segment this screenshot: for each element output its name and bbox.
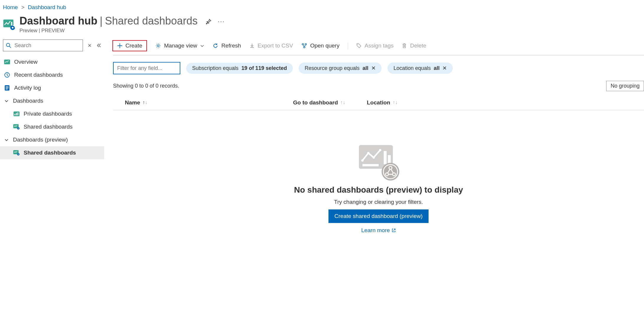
- column-label: Name: [125, 99, 140, 106]
- empty-state-icon: [357, 143, 401, 181]
- column-header-name[interactable]: Name ↑↓: [113, 99, 293, 106]
- svg-rect-34: [362, 164, 379, 166]
- chevron-down-icon: [4, 99, 9, 103]
- query-icon: [301, 43, 307, 49]
- filter-pill-prefix: Location equals: [393, 65, 431, 71]
- sidebar-search-input[interactable]: [3, 40, 83, 51]
- toolbar-label: Manage view: [164, 42, 197, 49]
- sidebar-search: [3, 40, 83, 51]
- svg-line-5: [9, 46, 11, 48]
- sidebar-group-label: Dashboards: [13, 98, 43, 104]
- svg-point-23: [302, 44, 303, 45]
- sidebar-group-dashboards[interactable]: Dashboards: [0, 94, 104, 107]
- sidebar-item-label: Shared dashboards: [24, 124, 73, 130]
- shared-dashboard-icon: [13, 124, 20, 129]
- svg-rect-13: [14, 114, 15, 115]
- page-header: Dashboard hub | Shared dashboards ··· Pr…: [0, 13, 644, 34]
- learn-more-label: Learn more: [361, 227, 390, 234]
- filter-pill-value: all: [434, 65, 439, 71]
- close-icon[interactable]: ✕: [371, 65, 376, 71]
- sort-icon: ↑↓: [393, 100, 398, 106]
- svg-point-26: [357, 44, 358, 45]
- close-icon[interactable]: ✕: [442, 65, 447, 71]
- filter-pill-location[interactable]: Location equals all ✕: [388, 63, 453, 74]
- sort-icon: ↑↓: [143, 100, 148, 106]
- toolbar-label: Refresh: [221, 42, 241, 49]
- svg-rect-14: [16, 113, 17, 115]
- sidebar-item-private-dashboards[interactable]: Private dashboards: [0, 107, 104, 120]
- sidebar-item-label: Overview: [14, 59, 37, 65]
- column-header-location[interactable]: Location ↑↓: [367, 99, 644, 106]
- more-icon[interactable]: ···: [218, 18, 225, 25]
- toolbar-label: Export to CSV: [258, 42, 293, 49]
- main-content: Create Manage view Refresh Export to CSV…: [104, 40, 644, 234]
- title-separator: |: [100, 15, 102, 27]
- manage-view-button[interactable]: Manage view: [155, 42, 204, 49]
- empty-state-subtitle: Try changing or clearing your filters.: [334, 199, 423, 205]
- toolbar-label: Assign tags: [365, 42, 393, 49]
- create-button[interactable]: Create: [112, 40, 147, 51]
- page-title: Dashboard hub: [19, 15, 97, 27]
- plus-icon: [117, 43, 122, 48]
- trash-icon: [402, 43, 407, 48]
- download-icon: [249, 43, 255, 48]
- toolbar-label: Delete: [410, 42, 426, 49]
- column-label: Location: [367, 99, 390, 106]
- preview-label: Preview | PREVIEW: [19, 28, 225, 34]
- svg-point-31: [379, 149, 381, 151]
- filter-pill-subscription[interactable]: Subscription equals 19 of 119 selected: [186, 63, 293, 74]
- export-csv-button: Export to CSV: [249, 42, 293, 49]
- sort-icon: ↑↓: [340, 100, 345, 106]
- private-dashboard-icon: [13, 111, 20, 116]
- refresh-button[interactable]: Refresh: [213, 42, 241, 49]
- svg-point-3: [12, 27, 14, 29]
- filter-pill-value: 19 of 119 selected: [241, 65, 287, 71]
- column-header-goto[interactable]: Go to dashboard ↑↓: [293, 99, 367, 106]
- sidebar-item-recent[interactable]: Recent dashboards: [0, 68, 104, 81]
- gear-icon: [155, 43, 161, 49]
- chevron-down-icon: [4, 138, 9, 142]
- chevron-down-icon: [200, 44, 204, 48]
- filters-row: Subscription equals 19 of 119 selected R…: [113, 62, 644, 74]
- delete-button: Delete: [402, 42, 426, 49]
- sidebar-item-label: Shared dashboards: [24, 150, 76, 156]
- filter-pill-value: all: [362, 65, 368, 71]
- open-query-button[interactable]: Open query: [301, 42, 339, 49]
- activity-log-icon: [4, 85, 11, 91]
- sidebar-group-dashboards-preview[interactable]: Dashboards (preview): [0, 133, 104, 146]
- breadcrumb-current[interactable]: Dashboard hub: [28, 4, 66, 10]
- filter-input[interactable]: [113, 62, 180, 74]
- filter-pill-prefix: Subscription equals: [192, 65, 238, 71]
- records-summary: Showing 0 to 0 of 0 records.: [113, 83, 179, 89]
- pin-icon[interactable]: [205, 19, 211, 24]
- grouping-dropdown[interactable]: No grouping: [606, 81, 644, 91]
- svg-point-4: [6, 43, 10, 47]
- sidebar-item-overview[interactable]: Overview: [0, 55, 104, 68]
- refresh-icon: [213, 43, 218, 49]
- toolbar-label: Create: [125, 42, 142, 49]
- collapse-sidebar-icon[interactable]: [96, 43, 101, 48]
- column-label: Go to dashboard: [293, 99, 338, 106]
- empty-state-title: No shared dashboards (preview) to displa…: [294, 185, 463, 195]
- svg-point-30: [372, 156, 375, 159]
- external-link-icon: [392, 228, 396, 232]
- empty-state: No shared dashboards (preview) to displa…: [113, 143, 644, 234]
- sidebar-item-shared-dashboards-preview[interactable]: Shared dashboards: [0, 146, 104, 159]
- svg-point-22: [157, 45, 159, 47]
- toolbar: Create Manage view Refresh Export to CSV…: [113, 40, 644, 55]
- breadcrumb-home[interactable]: Home: [3, 4, 18, 10]
- sidebar-item-label: Recent dashboards: [14, 72, 63, 78]
- sidebar-group-label: Dashboards (preview): [13, 137, 68, 143]
- sidebar-item-shared-dashboards[interactable]: Shared dashboards: [0, 120, 104, 133]
- svg-point-28: [361, 159, 364, 162]
- learn-more-link[interactable]: Learn more: [361, 227, 396, 234]
- sidebar: ✕ Overview Recent dashboards Activity lo…: [0, 40, 104, 234]
- filter-pill-resource-group[interactable]: Resource group equals all ✕: [299, 63, 382, 74]
- svg-point-18: [18, 128, 19, 129]
- create-shared-dashboard-button[interactable]: Create shared dashboard (preview): [328, 209, 429, 223]
- clear-search-icon[interactable]: ✕: [86, 43, 92, 48]
- tag-icon: [356, 43, 362, 48]
- svg-rect-9: [6, 86, 9, 87]
- sidebar-item-activity[interactable]: Activity log: [0, 81, 104, 94]
- svg-rect-32: [384, 151, 387, 164]
